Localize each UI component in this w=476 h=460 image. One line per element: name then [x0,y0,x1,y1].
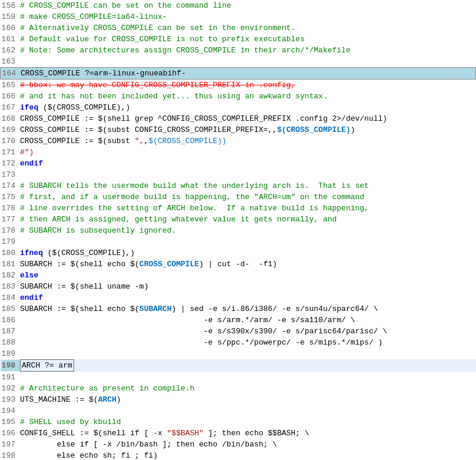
line-183: 183 SUBARCH := $(shell uname -m) [0,281,476,292]
line-num-165: 165 [1,80,20,91]
line-content-169: CROSS_COMPILE := $(subst CONFIG_CROSS_CO… [20,124,476,135]
line-num-183: 183 [1,281,20,292]
line-158: 158 # CROSS_COMPILE can be set on the co… [0,0,476,11]
line-content-170: CROSS_COMPILE := $(subst ",,$(CROSS_COMP… [20,135,476,147]
line-num-169: 169 [1,124,20,135]
line-num-175: 175 [1,191,20,203]
line-191: 191 [0,372,476,383]
line-num-162: 162 [1,45,20,56]
line-num-166: 166 [1,91,20,102]
line-num-192: 192 [1,383,20,394]
line-188: 188 -e s/ppc.*/powerpc/ -e s/mips.*/mips… [0,337,476,348]
line-content-177: # then ARCH is assigned, getting whateve… [20,214,476,225]
line-num-180: 180 [1,247,20,259]
line-195: 195 # SHELL used by kbuild [0,416,476,428]
line-content-166: # and it has not been included yet... th… [20,91,476,102]
line-content-159: # make CROSS_COMPILE=ia64-linux- [20,11,476,22]
line-num-167: 167 [1,102,20,113]
line-197: 197 else if [ -x /bin/bash ]; then echo … [0,439,476,450]
line-169: 169 CROSS_COMPILE := $(subst CONFIG_CROS… [0,124,476,135]
line-193: 193 UTS_MACHINE := $(ARCH) [0,394,476,405]
line-content-165: # bbox: we may have CONFIG_CROSS_COMPILE… [20,80,476,91]
line-content-195: # SHELL used by kbuild [20,416,476,428]
line-content-185: SUBARCH := $(shell echo $(SUBARCH) | sed… [20,303,476,315]
line-num-173: 173 [1,169,20,180]
line-content-162: # Note: Some architectures assign CROSS_… [20,45,476,56]
line-num-193: 193 [1,394,20,405]
line-166: 166 # and it has not been included yet..… [0,91,476,102]
line-num-195: 195 [1,416,20,428]
line-num-172: 172 [1,158,20,169]
line-num-163: 163 [1,56,20,67]
line-content-193: UTS_MACHINE := $(ARCH) [20,394,476,405]
line-content-168: CROSS_COMPILE := $(shell grep ^CONFIG_CR… [20,113,476,124]
line-num-170: 170 [1,135,20,147]
line-content-197: else if [ -x /bin/bash ]; then echo /bin… [20,439,476,450]
line-num-190: 190 [1,360,20,371]
line-190: 190 ARCH ?= arm [0,359,476,372]
line-174: 174 # SUBARCH tells the usermode build w… [0,180,476,191]
line-194: 194 [0,405,476,416]
line-179: 179 [0,236,476,247]
line-198: 198 else echo sh; fi ; fi) [0,450,476,460]
line-content-192: # Architecture as present in compile.h [20,383,476,394]
line-num-181: 181 [1,259,20,270]
line-173: 173 [0,169,476,180]
line-content-158: # CROSS_COMPILE can be set on the comman… [20,0,476,11]
line-num-185: 185 [1,303,20,315]
line-181: 181 SUBARCH := $(shell echo $(CROSS_COMP… [0,259,476,270]
line-167: 167 ifeq ($(CROSS_COMPILE),) [0,102,476,113]
line-content-176: # line overrides the setting of ARCH bel… [20,203,476,214]
line-168: 168 CROSS_COMPILE := $(shell grep ^CONFI… [0,113,476,124]
line-172: 172 endif [0,158,476,169]
line-num-164: 164 [2,68,21,79]
line-num-171: 171 [1,147,20,158]
line-content-184: endif [20,292,476,303]
line-185: 185 SUBARCH := $(shell echo $(SUBARCH) |… [0,303,476,315]
line-num-187: 187 [1,326,20,337]
line-187: 187 -e s/s390x/s390/ -e s/parisc64/paris… [0,326,476,337]
line-189: 189 [0,348,476,359]
line-content-181: SUBARCH := $(shell echo $(CROSS_COMPILE)… [20,259,476,270]
line-182: 182 else [0,270,476,281]
line-num-177: 177 [1,214,20,225]
line-content-182: else [20,270,476,281]
line-num-196: 196 [1,428,20,439]
line-num-197: 197 [1,439,20,450]
line-170: 170 CROSS_COMPILE := $(subst ",,$(CROSS_… [0,135,476,147]
line-171: 171 #") [0,147,476,158]
line-163: 163 [0,56,476,67]
line-num-159: 159 [1,11,20,22]
line-content-198: else echo sh; fi ; fi) [20,450,476,460]
line-num-158: 158 [1,0,20,11]
line-162: 162 # Note: Some architectures assign CR… [0,45,476,56]
line-content-172: endif [20,158,476,169]
line-164: 164 CROSS_COMPILE ?=arm-linux-gnueabihf- [0,67,476,80]
line-num-178: 178 [1,225,20,236]
line-content-161: # Default value for CROSS_COMPILE is not… [20,34,476,45]
line-content-183: SUBARCH := $(shell uname -m) [20,281,476,292]
line-176: 176 # line overrides the setting of ARCH… [0,203,476,214]
line-159: 159 # make CROSS_COMPILE=ia64-linux- [0,11,476,22]
line-num-179: 179 [1,236,20,247]
line-178: 178 # SUBARCH is subsequently ignored. [0,225,476,236]
line-num-186: 186 [1,315,20,326]
line-content-180: ifneq ($(CROSS_COMPILE),) [20,247,476,259]
line-num-174: 174 [1,180,20,191]
line-196: 196 CONFIG_SHELL := $(shell if [ -x "$$B… [0,428,476,439]
line-num-188: 188 [1,337,20,348]
line-num-194: 194 [1,405,20,416]
line-184: 184 endif [0,292,476,303]
line-num-161: 161 [1,34,20,45]
line-num-182: 182 [1,270,20,281]
line-content-186: -e s/arm.*/arm/ -e s/sa110/arm/ \ [20,315,476,326]
line-content-167: ifeq ($(CROSS_COMPILE),) [20,102,476,113]
line-160: 160 # Alternatively CROSS_COMPILE can be… [0,22,476,34]
line-num-176: 176 [1,203,20,214]
line-num-168: 168 [1,113,20,124]
line-165: 165 # bbox: we may have CONFIG_CROSS_COM… [0,80,476,91]
line-content-174: # SUBARCH tells the usermode build what … [20,180,476,191]
line-186: 186 -e s/arm.*/arm/ -e s/sa110/arm/ \ [0,315,476,326]
line-num-160: 160 [1,22,20,34]
code-viewer: 158 # CROSS_COMPILE can be set on the co… [0,0,476,460]
